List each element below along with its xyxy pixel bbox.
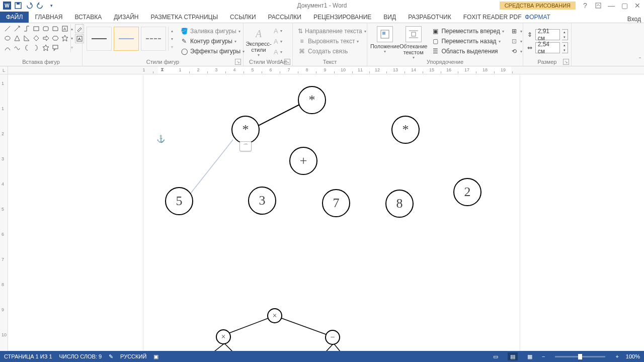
- node-8[interactable]: 8: [385, 190, 414, 218]
- style-sample-2[interactable]: [114, 27, 139, 51]
- ribbon-display-button[interactable]: [592, 1, 605, 11]
- view-web-button[interactable]: ▦: [525, 352, 535, 360]
- shape-star5[interactable]: [41, 43, 50, 52]
- node-5[interactable]: 5: [165, 187, 193, 215]
- shape-hexagon[interactable]: [51, 34, 60, 43]
- status-page[interactable]: СТРАНИЦА 1 ИЗ 1: [4, 353, 52, 359]
- status-words[interactable]: ЧИСЛО СЛОВ: 9: [59, 353, 102, 359]
- shape-callout[interactable]: [51, 43, 60, 52]
- small-node-left[interactable]: ×: [216, 329, 231, 344]
- help-button[interactable]: ?: [579, 1, 592, 11]
- shapes-gallery-more[interactable]: ▴▾▿: [70, 24, 73, 52]
- group-button[interactable]: ⊡▾: [508, 36, 524, 46]
- shape-brace-r[interactable]: [32, 43, 41, 52]
- shape-brace-l[interactable]: [22, 43, 31, 52]
- redo-button[interactable]: [35, 1, 45, 11]
- shape-line-arrow[interactable]: [13, 24, 22, 33]
- shape-snip-rect[interactable]: [51, 24, 60, 33]
- view-print-button[interactable]: ▤: [508, 352, 518, 360]
- status-macro-icon[interactable]: ▣: [153, 353, 158, 360]
- document-area[interactable]: ⚓ * * * + 5 3 7 8 2 ⌒ × × −: [8, 74, 644, 356]
- quick-styles-button[interactable]: A Экспресс-стили ▾: [247, 26, 271, 57]
- align-text-button[interactable]: ≡Выровнять текст▾: [296, 36, 364, 46]
- tab-view[interactable]: ВИД: [377, 12, 402, 23]
- tab-references[interactable]: ССЫЛКИ: [224, 12, 262, 23]
- rotate-button[interactable]: ⟲▾: [508, 46, 524, 56]
- save-button[interactable]: [13, 1, 23, 11]
- tab-mailings[interactable]: РАССЫЛКИ: [262, 12, 307, 23]
- shape-styles-launcher[interactable]: ↘: [235, 59, 241, 65]
- shape-textbox[interactable]: A: [60, 24, 69, 33]
- small-node-right[interactable]: −: [325, 330, 340, 345]
- shape-rounded-rect[interactable]: [41, 24, 50, 33]
- sign-in-link[interactable]: Вход: [625, 16, 643, 23]
- shape-effects-button[interactable]: ◯Эффекты фигуры▾: [178, 46, 247, 56]
- shape-triangle[interactable]: [13, 34, 22, 43]
- tab-file[interactable]: ФАЙЛ: [0, 12, 29, 23]
- wrap-text-button[interactable]: Обтекание текстом▾: [399, 24, 427, 60]
- qat-more-icon[interactable]: ▾: [46, 1, 56, 11]
- shape-star[interactable]: [60, 34, 69, 43]
- shape-diamond[interactable]: [32, 34, 41, 43]
- node-plus[interactable]: +: [289, 147, 317, 175]
- wordart-launcher[interactable]: ↘: [284, 59, 290, 65]
- selection-pane-button[interactable]: ☰Область выделения: [429, 46, 506, 56]
- align-button[interactable]: ⊞▾: [508, 26, 524, 36]
- tab-insert[interactable]: ВСТАВКА: [68, 12, 108, 23]
- close-button[interactable]: ✕: [631, 1, 644, 11]
- status-proofing-icon[interactable]: ✎: [109, 353, 113, 360]
- shapes-gallery[interactable]: A: [3, 24, 69, 52]
- text-fill-button[interactable]: A▾: [272, 26, 284, 36]
- text-outline-button[interactable]: A▾: [272, 37, 284, 46]
- small-node-top[interactable]: ×: [267, 308, 282, 323]
- bring-forward-button[interactable]: ▣Переместить вперед▾: [429, 26, 506, 36]
- node-star-left[interactable]: *: [231, 116, 260, 144]
- status-language[interactable]: РУССКИЙ: [120, 353, 146, 359]
- horizontal-ruler[interactable]: 112345678910111213141516171819⧗: [8, 66, 644, 74]
- node-2[interactable]: 2: [453, 178, 481, 206]
- width-spinner[interactable]: ▴▾: [562, 42, 568, 53]
- shape-right-triangle[interactable]: [22, 34, 31, 43]
- view-read-button[interactable]: ▭: [491, 352, 501, 360]
- style-sample-3[interactable]: [141, 27, 166, 51]
- zoom-out-button[interactable]: −: [542, 353, 545, 359]
- send-backward-button[interactable]: ▢Переместить назад▾: [429, 36, 506, 46]
- collapse-ribbon-button[interactable]: ˆ: [639, 57, 641, 64]
- shape-oval[interactable]: [3, 34, 12, 43]
- layout-options-badge[interactable]: ⌒: [239, 141, 252, 151]
- undo-button[interactable]: [24, 1, 34, 11]
- position-button[interactable]: Положение▾: [370, 24, 399, 60]
- node-3[interactable]: 3: [248, 187, 276, 215]
- tab-layout[interactable]: РАЗМЕТКА СТРАНИЦЫ: [145, 12, 224, 23]
- shape-line[interactable]: [3, 24, 12, 33]
- vertical-ruler[interactable]: 11234567891011: [0, 74, 8, 356]
- width-input[interactable]: 2,54 см: [535, 42, 560, 53]
- zoom-level[interactable]: 100%: [626, 353, 640, 359]
- style-sample-1[interactable]: [87, 27, 112, 51]
- shape-curve[interactable]: [3, 43, 12, 52]
- shape-arrow-right[interactable]: [41, 34, 50, 43]
- shape-fill-button[interactable]: 🪣Заливка фигуры▾: [178, 26, 247, 36]
- node-7[interactable]: 7: [322, 189, 350, 217]
- tab-review[interactable]: РЕЦЕНЗИРОВАНИЕ: [307, 12, 377, 23]
- zoom-in-button[interactable]: +: [615, 353, 618, 359]
- text-direction-button[interactable]: ⇅Направление текста▾: [296, 26, 364, 36]
- shape-freeform[interactable]: [13, 43, 22, 52]
- shape-connector[interactable]: [22, 24, 31, 33]
- tab-home[interactable]: ГЛАВНАЯ: [29, 12, 68, 23]
- tab-format[interactable]: ФОРМАТ: [508, 12, 567, 23]
- style-gallery-more[interactable]: ▴▾▿: [168, 27, 175, 51]
- minimize-button[interactable]: —: [605, 1, 618, 11]
- create-link-button[interactable]: ⌘Создать связь: [296, 46, 364, 56]
- shape-outline-button[interactable]: ✎Контур фигуры▾: [178, 36, 247, 46]
- zoom-slider[interactable]: [555, 356, 605, 357]
- maximize-button[interactable]: ▢: [618, 1, 631, 11]
- word-icon[interactable]: W: [2, 1, 12, 11]
- node-root-star[interactable]: *: [298, 86, 326, 114]
- text-effects-button[interactable]: A▾: [272, 47, 284, 57]
- tab-design[interactable]: ДИЗАЙН: [108, 12, 144, 23]
- node-star-right[interactable]: *: [391, 116, 420, 144]
- height-input[interactable]: 2,91 см: [535, 29, 560, 40]
- shape-rect[interactable]: [32, 24, 41, 33]
- size-launcher[interactable]: ↘: [563, 59, 569, 65]
